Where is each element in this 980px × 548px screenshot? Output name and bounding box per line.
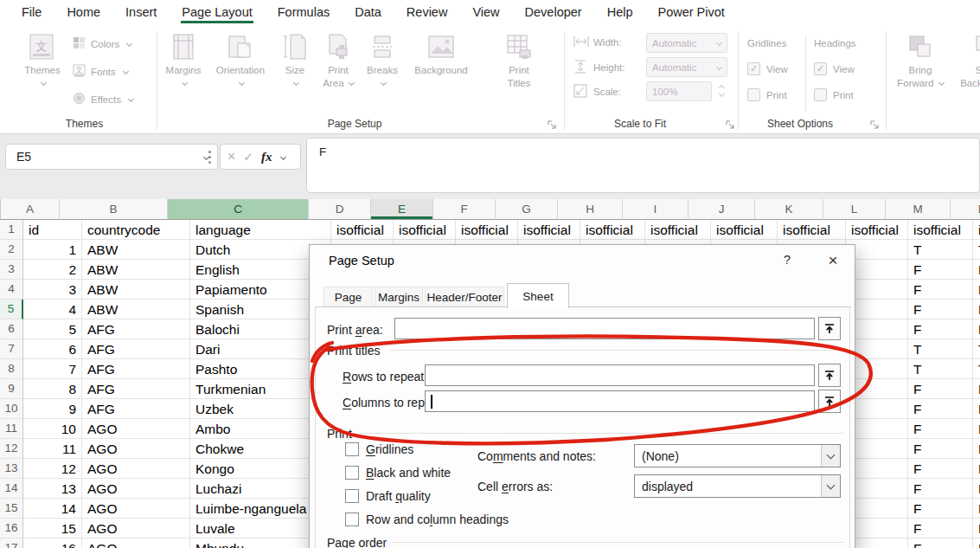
cell-B9[interactable]: AFG	[82, 379, 190, 399]
chevron-down-icon[interactable]	[280, 153, 286, 159]
tab-sheet[interactable]: Sheet	[507, 283, 569, 308]
cell-M16[interactable]: F	[908, 519, 973, 538]
cell-M13[interactable]: F	[908, 459, 973, 479]
cell-M17[interactable]: F	[908, 538, 973, 548]
row-header-13[interactable]: 13	[0, 459, 23, 479]
cell-C1[interactable]: language	[190, 220, 331, 240]
unchecked-checkbox-icon[interactable]	[345, 442, 359, 456]
cell-A13[interactable]: 12	[23, 459, 82, 479]
cell-B1[interactable]: countrycode	[82, 220, 190, 240]
row-header-11[interactable]: 11	[0, 419, 23, 439]
cell-M8[interactable]: T	[908, 359, 973, 379]
menu-tab-data[interactable]: Data	[354, 0, 382, 23]
cell-B16[interactable]: AGO	[82, 519, 190, 538]
tab-margins[interactable]: Margins	[375, 287, 423, 307]
cell-A7[interactable]: 6	[23, 339, 82, 359]
cell-N17[interactable]: F	[973, 538, 980, 548]
cell-L1[interactable]: isofficial	[846, 220, 908, 240]
print-option-row-and-column-headings[interactable]: Row and column headings	[345, 513, 509, 526]
menu-tab-file[interactable]: File	[21, 0, 42, 23]
cell-B13[interactable]: AGO	[82, 459, 190, 479]
row-header-4[interactable]: 4	[0, 280, 23, 300]
menu-tab-power-pivot[interactable]: Power Pivot	[657, 0, 725, 23]
column-header-L[interactable]: L	[823, 199, 886, 220]
cell-B6[interactable]: AFG	[82, 319, 190, 339]
row-header-12[interactable]: 12	[0, 439, 23, 459]
row-header-7[interactable]: 7	[0, 339, 23, 359]
cell-B14[interactable]: AGO	[82, 479, 190, 499]
column-header-B[interactable]: B	[60, 199, 168, 220]
cell-A15[interactable]: 14	[23, 499, 82, 519]
cell-B12[interactable]: AGO	[82, 439, 190, 459]
cell-N5[interactable]: F	[973, 300, 980, 319]
cell-N11[interactable]: F	[973, 419, 980, 439]
cell-A16[interactable]: 15	[23, 519, 82, 538]
cell-M14[interactable]: F	[908, 479, 973, 499]
cell-E1[interactable]: isofficial	[394, 220, 456, 240]
column-header-F[interactable]: F	[433, 199, 496, 220]
cell-B10[interactable]: AFG	[82, 399, 190, 419]
cell-M12[interactable]: F	[908, 439, 973, 459]
cell-J1[interactable]: isofficial	[711, 220, 778, 240]
cell-M7[interactable]: T	[908, 339, 973, 359]
row-header-15[interactable]: 15	[0, 499, 23, 519]
cell-A9[interactable]: 8	[23, 379, 82, 399]
cell-A5[interactable]: 4	[23, 300, 82, 319]
insert-function-icon[interactable]: fx	[261, 150, 272, 164]
cell-M11[interactable]: F	[908, 419, 973, 439]
cell-A12[interactable]: 11	[23, 439, 82, 459]
print-option-draft-quality[interactable]: Draft quality	[345, 489, 431, 503]
menu-tab-formulas[interactable]: Formulas	[277, 0, 330, 23]
cell-A11[interactable]: 10	[23, 419, 82, 439]
row-header-10[interactable]: 10	[0, 399, 23, 419]
cell-N13[interactable]: F	[973, 459, 980, 479]
cell-D1[interactable]: isofficial	[331, 220, 394, 240]
cell-N8[interactable]: T	[973, 359, 980, 379]
column-header-N[interactable]: N	[951, 199, 980, 220]
menu-tab-insert[interactable]: Insert	[125, 0, 157, 23]
cell-N3[interactable]: F	[973, 260, 980, 280]
help-icon[interactable]: ?	[777, 252, 797, 271]
sheet-options-dialog-launcher-icon[interactable]	[869, 119, 880, 130]
cell-A2[interactable]: 1	[23, 240, 82, 260]
menu-tab-view[interactable]: View	[471, 0, 500, 23]
cell-N10[interactable]: F	[973, 399, 980, 419]
column-header-A[interactable]: A	[1, 199, 60, 220]
print-option-black-and-white[interactable]: Black and white	[345, 466, 451, 480]
cell-N15[interactable]: F	[973, 499, 980, 519]
row-header-16[interactable]: 16	[0, 519, 23, 538]
cell-B2[interactable]: ABW	[82, 240, 190, 260]
menu-tab-page-layout[interactable]: Page Layout	[181, 0, 253, 23]
cell-B7[interactable]: AFG	[82, 339, 190, 359]
cell-M10[interactable]: F	[908, 399, 973, 419]
dropdown-chevron-icon[interactable]	[821, 475, 840, 497]
cell-M9[interactable]: F	[908, 379, 973, 399]
print-option-gridlines[interactable]: Gridlines	[345, 442, 413, 456]
row-header-1[interactable]: 1	[0, 220, 23, 240]
cell-A3[interactable]: 2	[23, 260, 82, 280]
columns-to-repeat-field[interactable]	[425, 390, 815, 412]
row-header-9[interactable]: 9	[0, 379, 23, 399]
unchecked-checkbox-icon[interactable]	[345, 513, 359, 526]
name-box[interactable]: E5	[5, 144, 218, 170]
menu-tab-home[interactable]: Home	[66, 0, 101, 23]
close-icon[interactable]: ×	[820, 249, 846, 272]
column-header-J[interactable]: J	[689, 199, 755, 220]
tab-header-footer[interactable]: Header/Footer	[425, 287, 504, 307]
column-header-I[interactable]: I	[623, 199, 689, 220]
cell-A17[interactable]: 16	[23, 538, 82, 548]
cell-A4[interactable]: 3	[23, 280, 82, 300]
cell-A6[interactable]: 5	[23, 319, 82, 339]
tab-page[interactable]: Page	[323, 287, 373, 307]
cell-G1[interactable]: isofficial	[518, 220, 580, 240]
page-setup-dialog-launcher-icon[interactable]	[547, 119, 557, 130]
column-header-D[interactable]: D	[309, 199, 371, 220]
cell-M2[interactable]: T	[908, 240, 973, 260]
cell-M4[interactable]: F	[908, 280, 973, 300]
cell-N16[interactable]: F	[973, 519, 980, 538]
menu-tab-developer[interactable]: Developer	[524, 0, 583, 23]
column-header-M[interactable]: M	[886, 199, 951, 220]
print-area-field[interactable]	[394, 318, 815, 339]
cell-N2[interactable]: T	[973, 240, 980, 260]
cell-B5[interactable]: ABW	[82, 300, 190, 319]
